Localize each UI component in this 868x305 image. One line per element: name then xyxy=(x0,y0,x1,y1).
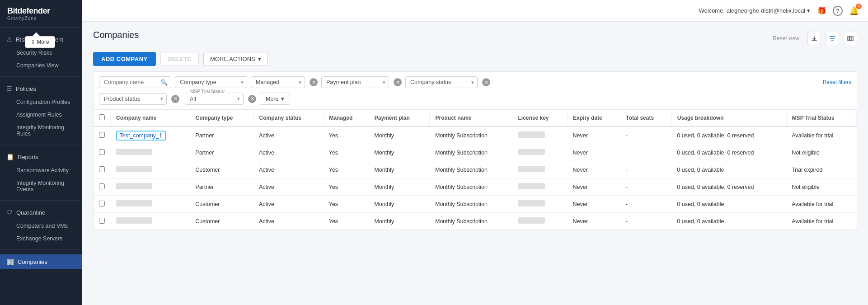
sidebar-item-companies-view[interactable]: Companies View xyxy=(0,59,82,72)
sidebar-item-exchange-servers[interactable]: Exchange Servers xyxy=(0,232,82,245)
gift-icon[interactable]: 🎁 xyxy=(817,6,826,15)
row-payment-plan: Monthly xyxy=(369,196,430,213)
row-company-type: Partner xyxy=(190,127,253,144)
company-type-select[interactable]: Company type xyxy=(175,76,247,88)
columns-icon-button[interactable] xyxy=(844,32,857,45)
row-managed: Yes xyxy=(324,213,369,230)
row-usage-breakdown: 0 used, 0 available xyxy=(671,161,786,178)
table-row: CustomerActiveYesMonthlyMonthly Subscrip… xyxy=(94,196,857,213)
sidebar-item-assignment-rules[interactable]: Assignment Rules xyxy=(0,108,82,121)
notifications-icon[interactable]: 🔔 4 xyxy=(849,6,859,16)
row-msp-trial-status: Available for trial xyxy=(786,196,856,213)
add-company-button[interactable]: ADD COMPANY xyxy=(93,52,156,66)
table-row: CustomerActiveYesMonthlyMonthly Subscrip… xyxy=(94,213,857,230)
row-total-seats: - xyxy=(620,196,671,213)
row-product-name: Monthly Subscription xyxy=(430,213,512,230)
payment-plan-clear-button[interactable]: ✕ xyxy=(394,78,402,86)
sidebar-item-computers-and-vms[interactable]: Computers and VMs xyxy=(0,220,82,232)
sidebar-item-configuration-profiles[interactable]: Configuration Profiles xyxy=(0,96,82,108)
sidebar-item-ransomware-activity[interactable]: Ransomware Activity xyxy=(0,164,82,177)
app-subtitle: GravityZone xyxy=(7,16,75,21)
company-name-link[interactable]: Test_company_1 xyxy=(116,131,166,141)
filter-active-icon-button[interactable] xyxy=(826,32,839,45)
sidebar-item-security-risks[interactable]: Security Risks xyxy=(0,47,82,59)
row-company-status: Active xyxy=(253,127,324,144)
reset-view-button[interactable]: Reset view xyxy=(773,35,799,42)
row-company-status: Active xyxy=(253,213,324,230)
row-checkbox[interactable] xyxy=(99,132,105,138)
row-company-name xyxy=(111,161,190,178)
svg-rect-1 xyxy=(850,36,851,41)
row-company-name[interactable]: Test_company_1 xyxy=(111,127,190,144)
sidebar-section-policies-label: Policies xyxy=(16,85,36,92)
row-checkbox[interactable] xyxy=(99,149,105,155)
company-status-filter-wrap: Company status ▾ xyxy=(405,76,478,88)
reports-icon: 📋 xyxy=(6,153,14,160)
row-msp-trial-status: Not eligible xyxy=(786,144,856,161)
msp-trial-select[interactable]: All xyxy=(190,96,230,102)
delete-button[interactable]: DELETE xyxy=(160,52,199,66)
row-expiry-date: Never xyxy=(568,127,620,144)
row-msp-trial-status: Available for trial xyxy=(786,213,856,230)
managed-clear-button[interactable]: ✕ xyxy=(310,78,318,86)
row-checkbox-cell xyxy=(94,196,111,213)
dropdown-arrow-icon[interactable]: ▾ xyxy=(807,7,810,14)
row-payment-plan: Monthly xyxy=(369,127,430,144)
companies-table: Company name Company type Company status… xyxy=(93,109,857,230)
sidebar-item-companies[interactable]: 🏢 Companies xyxy=(0,254,82,269)
row-managed: Yes xyxy=(324,196,369,213)
header-company-name: Company name xyxy=(111,110,190,127)
more-filter-button[interactable]: More ▾ xyxy=(260,93,290,105)
companies-icon: 🏢 xyxy=(6,258,14,265)
filter-bar-row1: 🔍 Company type ▾ Managed ▾ ✕ xyxy=(99,76,851,88)
sidebar-section-policies[interactable]: ☰ Policies xyxy=(0,81,82,96)
tooltip-label: More xyxy=(37,39,49,45)
row-company-name xyxy=(111,144,190,161)
sidebar-section-reports[interactable]: 📋 Reports xyxy=(0,150,82,164)
row-managed: Yes xyxy=(324,178,369,196)
row-total-seats: - xyxy=(620,213,671,230)
row-company-status: Active xyxy=(253,178,324,196)
sidebar-item-integrity-monitoring-rules[interactable]: Integrity Monitoring Rules xyxy=(0,121,82,140)
row-msp-trial-status: Trial expired xyxy=(786,161,856,178)
row-msp-trial-status: Available for trial xyxy=(786,127,856,144)
page-content: Companies Reset view xyxy=(82,22,868,305)
row-checkbox[interactable] xyxy=(99,166,105,172)
more-actions-chevron-icon: ▾ xyxy=(258,56,261,62)
row-license-key xyxy=(512,213,568,230)
row-checkbox[interactable] xyxy=(99,201,105,206)
payment-plan-select[interactable]: Payment plan xyxy=(321,76,389,88)
row-checkbox[interactable] xyxy=(99,218,105,224)
row-payment-plan: Monthly xyxy=(369,213,430,230)
more-actions-button[interactable]: MORE ACTIONS ▾ xyxy=(203,52,268,66)
sidebar-section-reports-label: Reports xyxy=(18,154,38,160)
row-product-name: Monthly Subscription xyxy=(430,196,512,213)
select-all-checkbox[interactable] xyxy=(99,114,105,120)
company-status-clear-button[interactable]: ✕ xyxy=(482,78,490,86)
company-type-filter-wrap: Company type ▾ xyxy=(175,76,247,88)
logo: Bitdefender GravityZone xyxy=(0,0,82,25)
product-status-clear-button[interactable]: ✕ xyxy=(171,95,179,103)
sidebar-section-quarantine[interactable]: 🛡 Quarantine xyxy=(0,205,82,220)
company-status-select[interactable]: Company status xyxy=(405,76,478,88)
row-usage-breakdown: 0 used, 0 available, 0 reserved xyxy=(671,144,786,161)
msp-trial-label: MSP Trial Status: xyxy=(189,89,226,94)
row-expiry-date: Never xyxy=(568,144,620,161)
row-checkbox[interactable] xyxy=(99,183,105,189)
export-icon-button[interactable] xyxy=(807,32,821,45)
header-managed: Managed xyxy=(324,110,369,127)
row-managed: Yes xyxy=(324,161,369,178)
product-status-select[interactable]: Product status xyxy=(99,93,167,105)
header-product-name: Product name xyxy=(430,110,512,127)
row-product-name: Monthly Subscription xyxy=(430,161,512,178)
managed-select[interactable]: Managed xyxy=(251,76,305,88)
row-company-status: Active xyxy=(253,196,324,213)
reset-filters-button[interactable]: Reset filters xyxy=(823,79,851,85)
msp-trial-clear-button[interactable]: ✕ xyxy=(248,95,256,103)
row-product-name: Monthly Subscription xyxy=(430,178,512,196)
header-checkbox-col xyxy=(94,110,111,127)
help-icon[interactable]: ? xyxy=(833,6,843,16)
sidebar-item-integrity-monitoring-events[interactable]: Integrity Monitoring Events xyxy=(0,177,82,196)
header-total-seats: Total seats xyxy=(620,110,671,127)
row-company-name xyxy=(111,178,190,196)
